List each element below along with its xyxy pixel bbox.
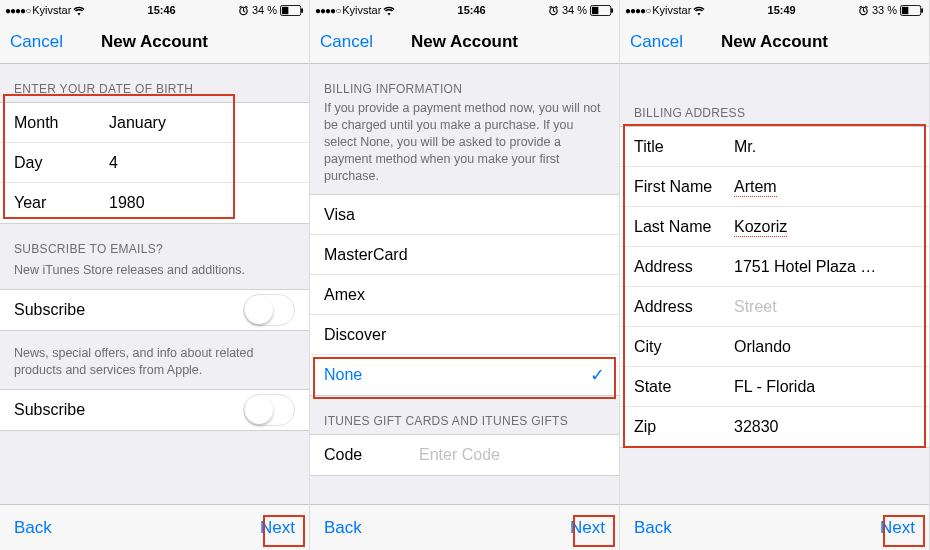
state-value: FL - Florida (734, 378, 915, 396)
svg-rect-3 (301, 9, 303, 14)
title-value: Mr. (734, 138, 915, 156)
day-row[interactable]: Day 4 (0, 143, 309, 183)
subscribe-row-2: Subscribe (0, 390, 309, 430)
next-button[interactable]: Next (880, 518, 915, 538)
zip-label: Zip (634, 418, 734, 436)
clock-label: 15:46 (85, 4, 238, 16)
dob-header: ENTER YOUR DATE OF BIRTH (0, 64, 309, 102)
subscribe-group-2: Subscribe (0, 389, 309, 431)
first-name-label: First Name (634, 178, 734, 196)
month-value: January (109, 114, 295, 132)
payment-label: Visa (324, 206, 605, 224)
payment-label: None (324, 366, 590, 384)
svg-rect-10 (902, 7, 908, 14)
title-row[interactable]: Title Mr. (620, 127, 929, 167)
city-label: City (634, 338, 734, 356)
code-input[interactable]: Enter Code (419, 446, 605, 464)
back-button[interactable]: Back (14, 518, 52, 538)
state-label: State (634, 378, 734, 396)
zip-value: 32830 (734, 418, 915, 436)
battery-pct-label: 33 % (872, 4, 897, 16)
code-label: Code (324, 446, 419, 464)
payment-label: MasterCard (324, 246, 605, 264)
subscribe-toggle-1[interactable] (243, 294, 295, 326)
signal-dots-icon: ●●●●○ (5, 5, 30, 16)
bottom-bar: Back Next (0, 504, 309, 550)
back-button[interactable]: Back (324, 518, 362, 538)
nav-bar: Cancel New Account (0, 20, 309, 64)
cancel-button[interactable]: Cancel (320, 32, 373, 52)
payment-mastercard[interactable]: MasterCard (310, 235, 619, 275)
first-name-row[interactable]: First Name Artem (620, 167, 929, 207)
payment-amex[interactable]: Amex (310, 275, 619, 315)
next-button[interactable]: Next (570, 518, 605, 538)
day-value: 4 (109, 154, 295, 172)
battery-pct-label: 34 % (252, 4, 277, 16)
month-label: Month (14, 114, 109, 132)
clock-label: 15:46 (395, 4, 548, 16)
year-row[interactable]: Year 1980 (0, 183, 309, 223)
svg-rect-7 (611, 9, 613, 14)
address2-row[interactable]: Address Street (620, 287, 929, 327)
subscribe-header: SUBSCRIBE TO EMAILS? (0, 224, 309, 262)
address1-label: Address (634, 258, 734, 276)
wifi-icon (693, 4, 705, 16)
subscribe-label-1: Subscribe (14, 301, 243, 319)
screen-billing-info: ●●●●○ Kyivstar 15:46 34 % Cancel New Acc… (310, 0, 620, 550)
status-bar: ●●●●○ Kyivstar 15:46 34 % (0, 0, 309, 20)
city-value: Orlando (734, 338, 915, 356)
address2-label: Address (634, 298, 734, 316)
svg-rect-2 (282, 7, 288, 14)
year-label: Year (14, 194, 109, 212)
last-name-row[interactable]: Last Name Kozoriz (620, 207, 929, 247)
subscribe-row-1: Subscribe (0, 290, 309, 330)
billing-header: BILLING INFORMATION (310, 64, 619, 98)
svg-rect-11 (921, 9, 923, 14)
alarm-icon (858, 4, 869, 17)
next-button[interactable]: Next (260, 518, 295, 538)
code-row[interactable]: Code Enter Code (310, 435, 619, 475)
cancel-button[interactable]: Cancel (630, 32, 683, 52)
back-button[interactable]: Back (634, 518, 672, 538)
wifi-icon (383, 4, 395, 16)
subscribe-toggle-2[interactable] (243, 394, 295, 426)
subscribe-group-1: Subscribe (0, 289, 309, 331)
city-row[interactable]: City Orlando (620, 327, 929, 367)
subscribe-caption: New iTunes Store releases and additions. (0, 262, 309, 289)
billing-caption: If you provide a payment method now, you… (310, 98, 619, 194)
addr-header: BILLING ADDRESS (620, 64, 929, 126)
payment-none[interactable]: None ✓ (310, 355, 619, 395)
state-row[interactable]: State FL - Florida (620, 367, 929, 407)
nav-bar: Cancel New Account (620, 20, 929, 64)
payment-group: Visa MasterCard Amex Discover None ✓ (310, 194, 619, 396)
status-bar: ●●●●○ Kyivstar 15:49 33 % (620, 0, 929, 20)
battery-icon (590, 4, 614, 17)
battery-icon (900, 4, 924, 17)
payment-label: Discover (324, 326, 605, 344)
subscribe-label-2: Subscribe (14, 401, 243, 419)
zip-row[interactable]: Zip 32830 (620, 407, 929, 447)
addr-group: Title Mr. First Name Artem Last Name Koz… (620, 126, 929, 448)
carrier-label: Kyivstar (342, 4, 381, 16)
month-row[interactable]: Month January (0, 103, 309, 143)
wifi-icon (73, 4, 85, 16)
first-name-value: Artem (734, 178, 777, 197)
last-name-label: Last Name (634, 218, 734, 236)
carrier-label: Kyivstar (32, 4, 71, 16)
address1-row[interactable]: Address 1751 Hotel Plaza … (620, 247, 929, 287)
gift-group: Code Enter Code (310, 434, 619, 476)
status-bar: ●●●●○ Kyivstar 15:46 34 % (310, 0, 619, 20)
year-value: 1980 (109, 194, 295, 212)
payment-visa[interactable]: Visa (310, 195, 619, 235)
address1-value: 1751 Hotel Plaza … (734, 258, 915, 276)
alarm-icon (548, 4, 559, 17)
alarm-icon (238, 4, 249, 17)
carrier-label: Kyivstar (652, 4, 691, 16)
address2-value: Street (734, 298, 915, 316)
cancel-button[interactable]: Cancel (10, 32, 63, 52)
last-name-value: Kozoriz (734, 218, 787, 237)
payment-label: Amex (324, 286, 605, 304)
signal-dots-icon: ●●●●○ (625, 5, 650, 16)
battery-icon (280, 4, 304, 17)
payment-discover[interactable]: Discover (310, 315, 619, 355)
